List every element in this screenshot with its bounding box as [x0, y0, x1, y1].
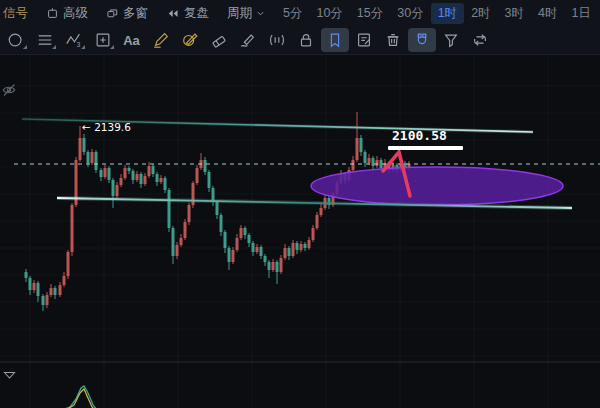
- marker-circle-tool[interactable]: [176, 28, 204, 52]
- target-price-label[interactable]: 2100.58: [392, 128, 447, 143]
- dropdown-caret-icon[interactable]: [52, 45, 56, 49]
- measure-tool[interactable]: [263, 28, 291, 52]
- replay-label: 复盘: [184, 5, 209, 22]
- bookmark-tool[interactable]: [321, 28, 349, 52]
- freehand-pen-tool[interactable]: [234, 28, 262, 52]
- replay-menu-item[interactable]: 复盘: [157, 5, 218, 22]
- indicator-pane: [0, 362, 600, 408]
- advanced-icon: [46, 7, 59, 20]
- replay-icon: [166, 7, 180, 20]
- filter-tool[interactable]: [437, 28, 465, 52]
- dropdown-caret-icon[interactable]: [23, 45, 27, 49]
- chart-canvas[interactable]: ← 2139.6 2100.58: [0, 0, 600, 408]
- collapse-pane-icon[interactable]: [3, 371, 16, 380]
- edit-note-tool[interactable]: [350, 28, 378, 52]
- dropdown-caret-icon[interactable]: [81, 45, 85, 49]
- multi-window-label: 多窗: [123, 5, 148, 22]
- shape-plus-tool[interactable]: [89, 28, 117, 52]
- timeframe-10分[interactable]: 10分: [309, 3, 349, 24]
- trash-tool[interactable]: [379, 28, 407, 52]
- ellipse-tool[interactable]: [2, 28, 30, 52]
- timeframe-30分[interactable]: 30分: [390, 3, 430, 24]
- highlighter-tool[interactable]: [147, 28, 175, 52]
- top-menu-bar: 信号 高级 多窗 复盘 周期 5分10分15分30分1时2时3时4时1日2日5日…: [0, 0, 600, 27]
- candlesticks: [25, 112, 411, 311]
- chart-gridlines: [0, 54, 600, 408]
- peak-price-label[interactable]: ← 2139.6: [82, 121, 131, 133]
- price-underline-bar[interactable]: [388, 146, 463, 150]
- magnet-tool[interactable]: [408, 28, 436, 52]
- hide-drawings-icon[interactable]: [2, 83, 16, 97]
- drawing-toolbar: 3Aa: [0, 26, 600, 55]
- timeframe-list: 5分10分15分30分1时2时3时4时1日2日5日周K月K季K年: [276, 3, 600, 24]
- timeframe-3时[interactable]: 3时: [498, 3, 531, 24]
- chevron-down-icon: [256, 9, 265, 18]
- eraser-tool[interactable]: [205, 28, 233, 52]
- signal-label: 信号: [3, 5, 28, 22]
- timeframe-15分[interactable]: 15分: [350, 3, 390, 24]
- timeframe-1日[interactable]: 1日: [564, 3, 597, 24]
- parallel-lines-tool[interactable]: [31, 28, 59, 52]
- repeat-tool[interactable]: [466, 28, 494, 52]
- timeframe-1时[interactable]: 1时: [431, 3, 464, 24]
- timeframe-4时[interactable]: 4时: [531, 3, 564, 24]
- period-label: 周期: [227, 5, 252, 22]
- text-tool[interactable]: Aa: [118, 28, 146, 52]
- timeframe-2时[interactable]: 2时: [464, 3, 497, 24]
- timeframe-5分[interactable]: 5分: [276, 3, 309, 24]
- multi-window-icon: [106, 7, 119, 20]
- period-menu-item[interactable]: 周期: [218, 5, 274, 22]
- dropdown-caret-icon[interactable]: [110, 45, 114, 49]
- trend-ellipse-drawing[interactable]: [311, 167, 563, 205]
- elliott-wave-tool[interactable]: 3: [60, 28, 88, 52]
- lock-tool[interactable]: [292, 28, 320, 52]
- multi-window-menu-item[interactable]: 多窗: [97, 5, 157, 22]
- advanced-label: 高级: [63, 5, 88, 22]
- advanced-menu-item[interactable]: 高级: [37, 5, 97, 22]
- signal-menu-item[interactable]: 信号: [0, 5, 37, 22]
